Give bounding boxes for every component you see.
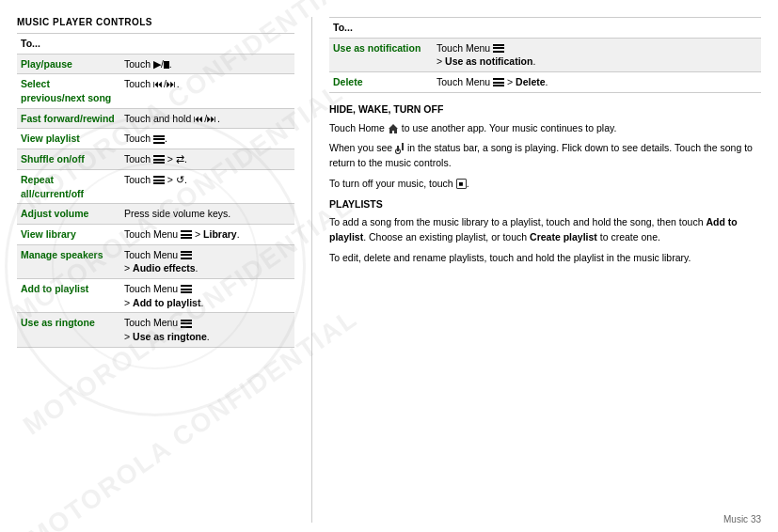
table-row: Adjust volume Press side volume keys. [17,204,294,225]
ctrl-label-add-playlist: Add to playlist [17,278,120,312]
ctrl-label-speakers: Manage speakers [17,244,120,278]
left-column: MUSIC PLAYER CONTROLS To... Play/pause T… [17,17,294,523]
table-row: View playlist Touch . [17,129,294,149]
section-para-3: To turn off your music, touch ■. [329,177,761,192]
ctrl-action-delete: Touch Menu > Delete. [433,72,761,93]
table-header-row: To... [17,34,294,55]
ctrl-action-speakers: Touch Menu > Audio effects. [120,244,294,278]
ctrl-action-ffwd: Touch and hold ⏮/⏭. [120,108,294,129]
section-playlists: PLAYLISTS To add a song from the music l… [329,197,761,266]
section-title-playlists: PLAYLISTS [329,197,761,212]
right-column: To... Use as notification Touch Menu > U… [329,17,761,523]
right-top-table: To... Use as notification Touch Menu > U… [329,17,761,93]
section-playlists-para-2: To edit, delete and rename playlists, to… [329,251,761,266]
table-row: Use as notification Touch Menu > Use as … [329,38,761,71]
table-row: View library Touch Menu > Library. [17,224,294,244]
right-table-header: To... [329,18,761,39]
ctrl-action-shuffle: Touch > ⇄. [120,149,294,170]
ctrl-label-delete: Delete [329,72,433,93]
column-divider [311,17,312,523]
ctrl-action-add-playlist: Touch Menu > Add to playlist. [120,278,294,312]
table-row: Fast forward/rewind Touch and hold ⏮/⏭. [17,108,294,129]
section-para-1: Touch Home to use another app. Your musi… [329,121,761,136]
section-hide-wake: HIDE, WAKE, TURN OFF Touch Home to use a… [329,102,761,192]
ctrl-action-play: Touch ▶/. [120,54,294,74]
ctrl-label-shuffle: Shuffle on/off [17,149,120,170]
table-row: Select previous/next song Touch ⏮/⏭. [17,74,294,108]
ctrl-action-repeat: Touch > ↺. [120,169,294,203]
ctrl-label-ringtone: Use as ringtone [17,313,120,347]
section-title-hide-wake: HIDE, WAKE, TURN OFF [329,102,761,117]
table-row: Shuffle on/off Touch > ⇄. [17,149,294,170]
ctrl-label-play: Play/pause [17,54,120,74]
svg-rect-4 [397,146,399,151]
ctrl-action-ringtone: Touch Menu > Use as ringtone. [120,313,294,347]
table-header-cell: To... [17,34,294,55]
section-para-2: When you see in the status bar, a song i… [329,141,761,171]
section-playlists-para-1: To add a song from the music library to … [329,215,761,245]
ctrl-action-prev-next: Touch ⏮/⏭. [120,74,294,108]
right-table-header-row: To... [329,18,761,39]
ctrl-label-notification: Use as notification [329,38,433,71]
ctrl-label-ffwd: Fast forward/rewind [17,108,120,129]
table-row: Manage speakers Touch Menu > Audio effec… [17,244,294,278]
ctrl-action-library: Touch Menu > Library. [120,224,294,244]
left-section-title: MUSIC PLAYER CONTROLS [17,17,294,27]
table-row: Add to playlist Touch Menu > Add to play… [17,278,294,312]
table-row: Play/pause Touch ▶/. [17,54,294,74]
ctrl-action-playlist: Touch . [120,129,294,149]
table-row: Use as ringtone Touch Menu > Use as ring… [17,313,294,347]
table-row: Repeat all/current/off Touch > ↺. [17,169,294,203]
table-row: Delete Touch Menu > Delete. [329,72,761,93]
svg-marker-0 [389,124,398,133]
ctrl-action-notification: Touch Menu > Use as notification. [433,38,761,71]
ctrl-label-volume: Adjust volume [17,204,120,225]
ctrl-label-repeat: Repeat all/current/off [17,169,120,203]
ctrl-label-library: View library [17,224,120,244]
svg-rect-1 [402,143,404,150]
ctrl-label-playlist: View playlist [17,129,120,149]
page-footer: Music 33 [723,514,761,524]
ctrl-action-volume: Press side volume keys. [120,204,294,225]
controls-table: To... Play/pause Touch ▶/. Select previo… [17,33,294,348]
ctrl-label-prev-next: Select previous/next song [17,74,120,108]
svg-rect-2 [402,143,404,144]
